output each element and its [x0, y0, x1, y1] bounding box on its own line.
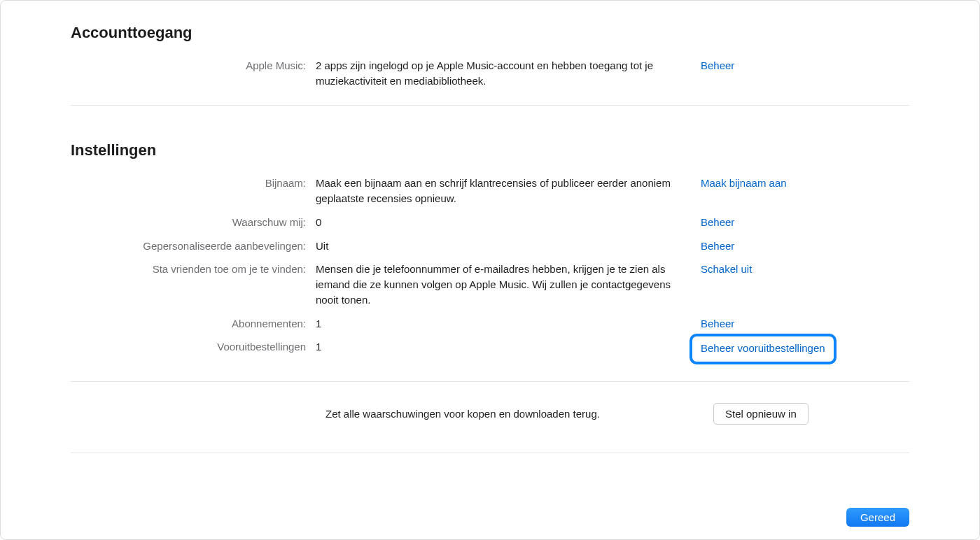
- row-apple-music: Apple Music: 2 apps zijn ingelogd op je …: [71, 58, 909, 89]
- divider-settings-reset: [71, 381, 909, 382]
- settings-window: Accounttoegang Apple Music: 2 apps zijn …: [0, 0, 980, 540]
- label-alert-me: Waarschuw mij:: [71, 215, 316, 230]
- link-preorders-manage[interactable]: Beheer vooruitbestellingen: [701, 342, 825, 354]
- done-button[interactable]: Gereed: [846, 508, 909, 527]
- label-preorders: Vooruitbestellingen: [71, 339, 316, 355]
- link-alert-me-manage[interactable]: Beheer: [701, 216, 734, 228]
- section-title-access: Accounttoegang: [71, 22, 909, 44]
- link-recommendations-manage[interactable]: Beheer: [701, 240, 734, 252]
- label-allow-friends: Sta vrienden toe om je te vinden:: [71, 262, 316, 277]
- row-subscriptions: Abonnementen: 1 Beheer: [71, 316, 909, 332]
- row-reset: Zet alle waarschuwingen voor kopen en do…: [71, 403, 909, 425]
- label-subscriptions: Abonnementen:: [71, 316, 316, 332]
- row-alert-me: Waarschuw mij: 0 Beheer: [71, 215, 909, 230]
- link-allow-friends-disable[interactable]: Schakel uit: [701, 263, 752, 275]
- divider-footer: [71, 453, 909, 453]
- value-alert-me: 0: [316, 215, 701, 230]
- value-nickname: Maak een bijnaam aan en schrijf klantrec…: [316, 176, 701, 206]
- label-nickname: Bijnaam:: [71, 176, 316, 191]
- reset-text: Zet alle waarschuwingen voor kopen en do…: [326, 406, 713, 422]
- link-apple-music-manage[interactable]: Beheer: [701, 59, 734, 71]
- label-apple-music: Apple Music:: [71, 58, 316, 73]
- divider-access-settings: [71, 105, 909, 106]
- value-allow-friends: Mensen die je telefoonnummer of e-mailad…: [316, 262, 701, 307]
- value-apple-music: 2 apps zijn ingelogd op je Apple Music-a…: [316, 58, 701, 89]
- row-preorders: Vooruitbestellingen 1 Beheer vooruitbest…: [71, 339, 909, 364]
- row-recommendations: Gepersonaliseerde aanbevelingen: Uit Beh…: [71, 239, 909, 254]
- value-recommendations: Uit: [316, 239, 701, 254]
- link-subscriptions-manage[interactable]: Beheer: [701, 318, 734, 329]
- highlight-preorders: Beheer vooruitbestellingen: [690, 334, 836, 364]
- label-recommendations: Gepersonaliseerde aanbevelingen:: [71, 239, 316, 254]
- reset-button[interactable]: Stel opnieuw in: [713, 403, 808, 425]
- row-allow-friends: Sta vrienden toe om je te vinden: Mensen…: [71, 262, 909, 307]
- link-create-nickname[interactable]: Maak bijnaam aan: [701, 177, 787, 189]
- row-nickname: Bijnaam: Maak een bijnaam aan en schrijf…: [71, 176, 909, 206]
- section-title-settings: Instellingen: [71, 139, 909, 162]
- footer: Gereed: [846, 508, 909, 527]
- value-preorders: 1: [316, 339, 701, 355]
- value-subscriptions: 1: [316, 316, 701, 332]
